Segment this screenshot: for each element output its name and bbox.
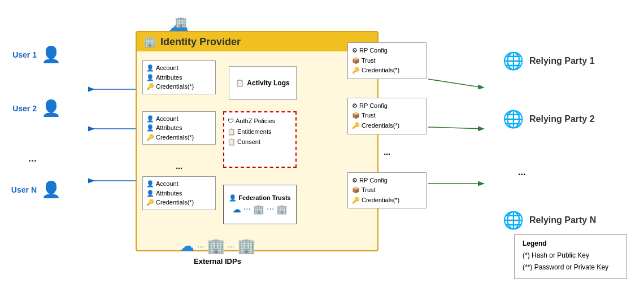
fed-dots: ··· bbox=[243, 204, 251, 215]
entitlements-icon: 📋 bbox=[228, 127, 236, 137]
rp-name-1: Relying Party 1 bbox=[529, 56, 595, 66]
federation-icon-person: 👤 bbox=[229, 194, 237, 201]
svg-line-6 bbox=[428, 79, 483, 88]
activity-logs-box: 📋 Activity Logs bbox=[229, 66, 297, 100]
user-1-label: User 1 bbox=[8, 50, 37, 59]
rp-dots-row: ... bbox=[510, 167, 596, 177]
credentials-label-1: Credentials(*) bbox=[156, 82, 194, 92]
fed-cloud-icon-3: 🏢 bbox=[276, 204, 288, 215]
rp-key-icon-2: 🔑 bbox=[352, 121, 360, 131]
legend-box: Legend (*) Hash or Public Key (**) Passw… bbox=[514, 234, 627, 279]
user-dots-label: ... bbox=[8, 153, 37, 164]
user-row-1: User 1 👤 bbox=[8, 45, 61, 64]
user-row-2: User 2 👤 bbox=[8, 99, 61, 117]
legend-title: Legend bbox=[523, 240, 619, 247]
credentials-label-n: Credentials(*) bbox=[156, 198, 194, 207]
rp-config-label-1: RP Config bbox=[359, 46, 388, 56]
rp-gear-icon-1: ⚙ bbox=[352, 46, 358, 56]
rp-pkg-icon-n: 📦 bbox=[352, 185, 360, 195]
fed-cloud-icon-1: ☁ bbox=[232, 204, 241, 215]
users-section: User 1 👤 User 2 👤 ... User N 👤 bbox=[8, 45, 61, 234]
user-blocks-dots: ... bbox=[142, 162, 216, 171]
account-label-2: Account bbox=[156, 114, 179, 124]
attributes-icon-n: 👤 bbox=[146, 189, 154, 198]
diagram-container: ☁ 🏢 🏢 Identity Provider 👤Account 👤Attrib… bbox=[0, 0, 644, 296]
attributes-icon-1: 👤 bbox=[146, 73, 154, 82]
federation-label: 👤 Federation Trusts bbox=[229, 194, 290, 202]
federation-icons-row: ☁ ··· 🏢 ··· 🏢 bbox=[232, 204, 288, 215]
ext-cloud-1: ☁ bbox=[180, 237, 194, 255]
consent-label: Consent bbox=[237, 137, 260, 147]
external-idps-section: ☁ ··· 🏢 ··· 🏢 External IDPs bbox=[161, 237, 274, 265]
rp-config-block-n: ⚙RP Config 📦Trust 🔑Credentials(*) bbox=[347, 172, 427, 209]
rp-config-block-1: ⚙RP Config 📦Trust 🔑Credentials(*) bbox=[347, 42, 427, 79]
user-row-dots: ... bbox=[8, 153, 61, 164]
idp-header: 🏢 Identity Provider bbox=[137, 32, 377, 51]
federation-trusts-box: 👤 Federation Trusts ☁ ··· 🏢 ··· 🏢 bbox=[223, 185, 297, 224]
user-1-icon: 👤 bbox=[41, 45, 61, 64]
credentials-label-2: Credentials(*) bbox=[156, 133, 194, 142]
rp-globe-2: 🌐 bbox=[503, 109, 524, 129]
rp-pkg-icon-2: 📦 bbox=[352, 111, 360, 121]
rp-key-icon-1: 🔑 bbox=[352, 66, 360, 76]
account-label-n: Account bbox=[156, 179, 179, 189]
ext-cloud-3: 🏢 bbox=[237, 237, 255, 255]
user-n-label: User N bbox=[8, 185, 37, 194]
idp-building-icon: 🏢 bbox=[143, 36, 156, 48]
user-2-label: User 2 bbox=[8, 104, 37, 113]
user-block-2: 👤Account 👤Attributes 🔑Credentials(*) bbox=[142, 111, 216, 145]
user-data-column: 👤Account 👤Attributes 🔑Credentials(*) 👤Ac… bbox=[142, 60, 216, 227]
legend-item-1: (*) Hash or Public Key bbox=[523, 250, 619, 262]
rp-config-column: ⚙RP Config 📦Trust 🔑Credentials(*) ⚙RP Co… bbox=[347, 42, 427, 227]
credentials-icon-2: 🔑 bbox=[146, 133, 154, 142]
rp-trust-label-n: Trust bbox=[362, 185, 376, 195]
rp-cred-label-2: Credentials(*) bbox=[362, 121, 399, 131]
activity-logs-label: Activity Logs bbox=[247, 79, 289, 87]
account-label-1: Account bbox=[156, 63, 179, 73]
attributes-label-2: Attributes bbox=[156, 123, 182, 133]
authz-label: AuthZ Policies bbox=[236, 116, 275, 127]
idp-box: 🏢 Identity Provider 👤Account 👤Attributes… bbox=[136, 31, 378, 251]
attributes-icon-2: 👤 bbox=[146, 123, 154, 133]
user-2-icon: 👤 bbox=[41, 99, 61, 117]
ext-cloud-2: 🏢 bbox=[207, 237, 225, 255]
rp-dots: ... bbox=[518, 167, 525, 177]
entitlements-label: Entitlements bbox=[237, 127, 272, 137]
rp-gear-icon-2: ⚙ bbox=[352, 101, 358, 111]
rp-config-label-n: RP Config bbox=[359, 176, 388, 186]
user-block-n: 👤Account 👤Attributes 🔑Credentials(*) bbox=[142, 176, 216, 210]
rp-name-n: Relying Party N bbox=[529, 215, 596, 225]
rp-cred-label-1: Credentials(*) bbox=[362, 66, 399, 76]
consent-icon: 📋 bbox=[228, 137, 236, 147]
ext-dots: ··· bbox=[197, 242, 204, 251]
account-icon-1: 👤 bbox=[146, 63, 154, 73]
idp-title: Identity Provider bbox=[160, 36, 241, 48]
rp-config-label-2: RP Config bbox=[359, 101, 388, 111]
account-icon-2: 👤 bbox=[146, 114, 154, 124]
rp-globe-n: 🌐 bbox=[503, 210, 524, 230]
authz-icon: 🛡 bbox=[228, 116, 234, 127]
rp-name-2: Relying Party 2 bbox=[529, 114, 595, 124]
authz-policies-box: 🛡AuthZ Policies 📋Entitlements 📋Consent bbox=[223, 111, 297, 168]
rp-trust-label-1: Trust bbox=[362, 56, 376, 66]
rp-row-1: 🌐 Relying Party 1 bbox=[503, 51, 596, 71]
rp-gear-icon-n: ⚙ bbox=[352, 176, 358, 186]
fed-cloud-icon-2: 🏢 bbox=[253, 204, 264, 215]
credentials-icon-1: 🔑 bbox=[146, 82, 154, 92]
rp-pkg-icon-1: 📦 bbox=[352, 56, 360, 66]
attributes-label-n: Attributes bbox=[156, 189, 182, 198]
account-icon-n: 👤 bbox=[146, 179, 154, 189]
external-idp-icons: ☁ ··· 🏢 ··· 🏢 bbox=[161, 237, 274, 255]
credentials-icon-n: 🔑 bbox=[146, 198, 154, 207]
rp-cred-label-n: Credentials(*) bbox=[362, 195, 399, 206]
rp-row-2: 🌐 Relying Party 2 bbox=[503, 109, 596, 129]
rp-key-icon-n: 🔑 bbox=[352, 195, 360, 206]
fed-dots-2: ··· bbox=[267, 204, 274, 215]
rp-trust-label-2: Trust bbox=[362, 111, 376, 121]
external-idps-label: External IDPs bbox=[161, 257, 274, 265]
svg-line-7 bbox=[428, 127, 483, 129]
ext-dots-2: ··· bbox=[228, 242, 234, 251]
user-row-n: User N 👤 bbox=[8, 180, 61, 199]
activity-logs-icon: 📋 bbox=[236, 79, 244, 87]
legend-item-2: (**) Password or Private Key bbox=[523, 262, 619, 274]
